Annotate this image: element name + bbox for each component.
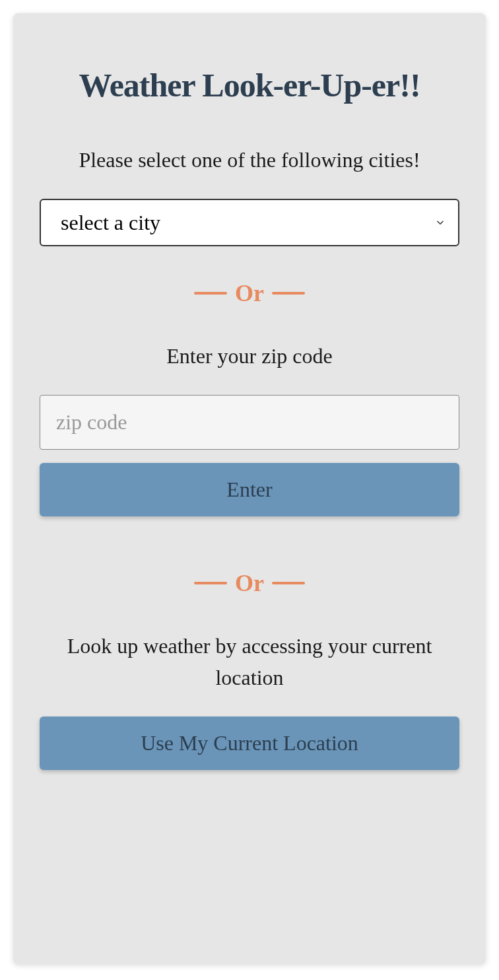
city-select-wrapper: select a city (40, 199, 459, 246)
enter-button[interactable]: Enter (40, 463, 459, 516)
divider-text: Or (235, 279, 264, 307)
divider-line-right (272, 292, 305, 295)
divider-line-right (272, 582, 305, 584)
city-select[interactable]: select a city (40, 199, 459, 246)
zip-prompt: Enter your zip code (40, 340, 459, 372)
zip-input[interactable] (40, 395, 459, 450)
divider-text: Or (235, 569, 264, 597)
divider-or-2: Or (40, 569, 459, 597)
weather-card: Weather Look-er-Up-er!! Please select on… (13, 13, 486, 964)
location-prompt: Look up weather by accessing your curren… (40, 630, 459, 693)
use-location-button[interactable]: Use My Current Location (40, 717, 459, 770)
divider-line-left (194, 292, 227, 295)
page-title: Weather Look-er-Up-er!! (40, 66, 459, 104)
city-prompt: Please select one of the following citie… (40, 144, 459, 176)
divider-or-1: Or (40, 279, 459, 307)
divider-line-left (194, 582, 227, 584)
